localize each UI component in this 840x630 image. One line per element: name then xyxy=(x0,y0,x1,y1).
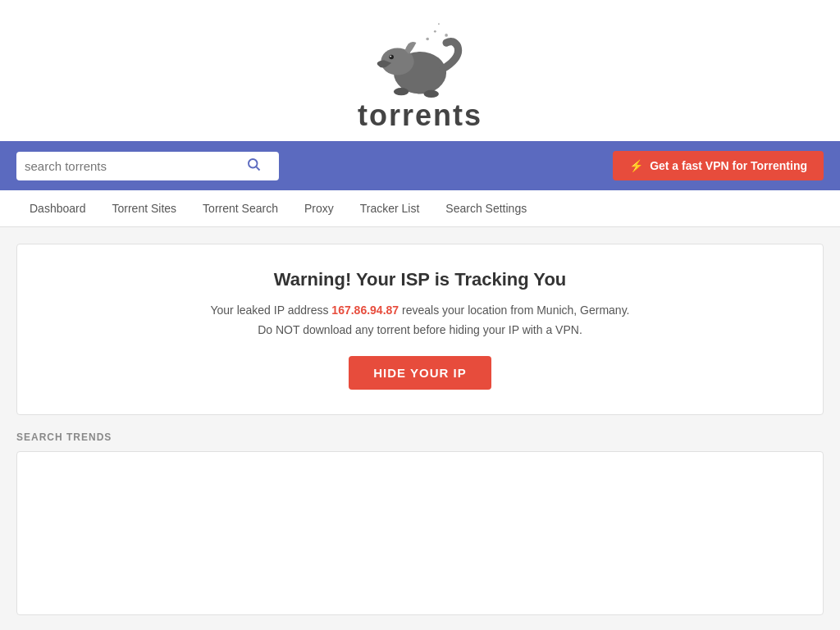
nav: Dashboard Torrent Sites Torrent Search P… xyxy=(0,190,840,227)
logo-title: torrents xyxy=(358,98,482,133)
nav-item-torrent-sites[interactable]: Torrent Sites xyxy=(99,190,190,226)
svg-point-8 xyxy=(445,34,448,37)
warning-text-2: Do NOT download any torrent before hidin… xyxy=(50,323,790,336)
trends-box xyxy=(16,451,824,615)
nav-item-proxy[interactable]: Proxy xyxy=(291,190,347,226)
svg-point-7 xyxy=(434,30,436,33)
search-input[interactable] xyxy=(25,159,246,173)
vpn-button[interactable]: ⚡ Get a fast VPN for Torrenting xyxy=(613,151,824,180)
warning-text-1: Your leaked IP address 167.86.94.87 reve… xyxy=(50,304,790,317)
svg-line-11 xyxy=(256,167,259,170)
svg-point-4 xyxy=(394,88,409,95)
svg-point-2 xyxy=(389,55,394,60)
main-content: Warning! Your ISP is Tracking You Your l… xyxy=(0,227,840,630)
svg-point-10 xyxy=(249,159,258,168)
nav-item-search-settings[interactable]: Search Settings xyxy=(432,190,540,226)
svg-point-9 xyxy=(438,23,440,25)
svg-point-6 xyxy=(426,38,429,41)
svg-point-3 xyxy=(390,56,391,57)
nav-item-tracker-list[interactable]: Tracker List xyxy=(347,190,433,226)
anteater-logo xyxy=(375,16,465,107)
vpn-button-label: Get a fast VPN for Torrenting xyxy=(650,159,807,172)
warning-box: Warning! Your ISP is Tracking You Your l… xyxy=(16,244,824,415)
ip-address: 167.86.94.87 xyxy=(331,304,399,317)
search-trends-section: SEARCH TRENDS xyxy=(16,431,824,615)
nav-item-dashboard[interactable]: Dashboard xyxy=(16,190,99,226)
hide-ip-button[interactable]: HIDE YOUR IP xyxy=(349,356,491,390)
nav-item-torrent-search[interactable]: Torrent Search xyxy=(189,190,291,226)
search-button[interactable] xyxy=(246,157,261,176)
svg-point-5 xyxy=(424,90,439,98)
search-bar: ⚡ Get a fast VPN for Torrenting xyxy=(0,141,840,190)
search-input-wrapper xyxy=(16,152,279,180)
vpn-icon: ⚡ xyxy=(629,159,643,172)
logo-container: torrents xyxy=(358,16,482,133)
warning-suffix: reveals your location from Munich, Germa… xyxy=(399,304,629,317)
header: torrents xyxy=(0,0,840,141)
warning-prefix: Your leaked IP address xyxy=(210,304,331,317)
section-title-trends: SEARCH TRENDS xyxy=(16,431,824,443)
warning-title: Warning! Your ISP is Tracking You xyxy=(50,269,790,290)
